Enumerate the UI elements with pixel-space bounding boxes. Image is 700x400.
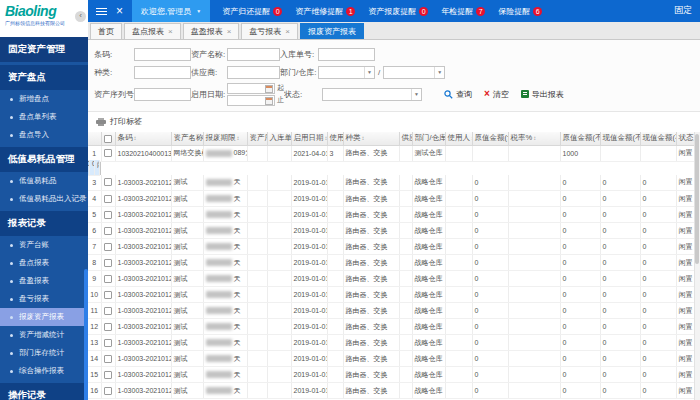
menu-hamburger-icon[interactable] (96, 8, 107, 15)
column-header-cur_exc[interactable]: 现值金额(不含税 (640, 132, 676, 145)
tab-close-icon[interactable]: × (285, 27, 290, 36)
table-scrollbar-thumb[interactable] (695, 134, 699, 264)
row-checkbox[interactable] (104, 291, 112, 299)
table-row[interactable]: 81-03003-20210128-测试天2019-01-01路由器、交换战略仓… (88, 255, 700, 271)
row-checkbox[interactable] (104, 178, 112, 186)
column-header-tax_rate[interactable]: 税率%↕ (508, 132, 560, 145)
table-row[interactable]: 41-03003-20210128-测试天2019-01-01路由器、交换战略仓… (88, 191, 700, 207)
serial-input[interactable] (134, 88, 191, 101)
table-row[interactable]: 21-03003-20210128-测试天2019-01-01路由器、交换战略仓… (88, 162, 101, 175)
reminder-item[interactable]: 资产报废提醒0 (368, 6, 428, 17)
column-header-supplier[interactable]: 供应商↕ (399, 132, 412, 145)
sidebar-item[interactable]: 盘亏报表 (0, 290, 88, 308)
table-row[interactable]: 161-03003-20210128-测试天2019-01-01路由器、交换战略… (88, 383, 700, 399)
inbound-no-input[interactable] (318, 48, 375, 61)
collapse-sidebar-button[interactable]: ‹ (75, 11, 86, 22)
row-checkbox[interactable] (104, 371, 112, 379)
sidebar-item[interactable]: 部门库存统计 (0, 344, 88, 362)
column-header-scrap[interactable]: 报废期限↕ (203, 132, 247, 145)
barcode-input[interactable] (134, 48, 191, 61)
print-label-button[interactable]: 打印标签 (88, 112, 700, 132)
table-row[interactable]: 131-03003-20210128-测试天2019-01-01路由器、交换战略… (88, 335, 700, 351)
query-button[interactable]: 查询 (444, 89, 472, 100)
dept-select[interactable]: ▼ (318, 66, 375, 79)
column-header-orig_inc[interactable]: 原值金额(含 (472, 132, 508, 145)
asset-name-input[interactable] (227, 48, 280, 61)
calendar-icon[interactable] (265, 85, 273, 93)
tab-盘亏报表[interactable]: 盘亏报表× (241, 23, 298, 39)
column-header-years[interactable]: 使用年限 (327, 132, 343, 145)
sidebar-item[interactable]: 报废资产报表 (0, 308, 88, 326)
row-checkbox[interactable] (104, 195, 112, 203)
status-select[interactable]: ▼ (322, 88, 422, 101)
end-date-input[interactable] (227, 95, 275, 106)
table-row[interactable]: 91-03003-20210128-测试天2019-01-01路由器、交换战略仓… (88, 271, 700, 287)
calendar-icon[interactable] (265, 97, 273, 105)
sort-icon[interactable]: ↕ (362, 135, 365, 141)
column-header-date[interactable]: 启用日期↕ (291, 132, 327, 145)
tab-close-icon[interactable]: × (168, 27, 173, 36)
reminder-item[interactable]: 资产归还提醒0 (222, 6, 282, 17)
row-checkbox[interactable] (104, 323, 112, 331)
table-row[interactable]: 111-03003-20210128-测试天2019-01-01路由器、交换战略… (88, 303, 700, 319)
sort-icon[interactable]: ↕ (134, 135, 137, 141)
tab-报废资产报表[interactable]: 报废资产报表 (300, 23, 364, 39)
sidebar-item[interactable]: 盘点报表 (0, 254, 88, 272)
sidebar-item[interactable]: 资产台账 (0, 236, 88, 254)
reminder-item[interactable]: 年检提醒7 (441, 6, 485, 17)
table-row[interactable]: 151-03003-20210128-测试天2019-01-01路由器、交换战略… (88, 367, 700, 383)
table-row[interactable]: 141-03003-20210128-测试天2019-01-01路由器、交换战略… (88, 351, 700, 367)
column-header-user[interactable]: 使用人↕ (445, 132, 472, 145)
row-checkbox[interactable] (104, 339, 112, 347)
sort-icon[interactable]: ↕ (237, 135, 240, 141)
sidebar-item[interactable]: 低值易耗品 (0, 172, 88, 190)
reminder-item[interactable]: 保险提醒6 (498, 6, 542, 17)
row-checkbox[interactable] (104, 259, 112, 267)
row-checkbox[interactable] (104, 387, 112, 395)
start-date-input[interactable] (227, 83, 275, 94)
row-checkbox[interactable] (104, 275, 112, 283)
supplier-input[interactable] (227, 66, 280, 79)
sidebar-item[interactable]: 低值易耗品出入记录 (0, 190, 88, 208)
sidebar-item[interactable]: 盘点导入 (0, 126, 88, 144)
table-row[interactable]: 110320210400013网络交换机089天2021-04-013路由器、交… (88, 145, 700, 161)
sort-icon[interactable]: ↕ (533, 135, 536, 141)
column-header-orig_exc[interactable]: 原值金额(不含税 (560, 132, 600, 145)
clear-button[interactable]: × 清空 (484, 89, 509, 100)
row-checkbox[interactable] (104, 211, 112, 219)
sidebar-item[interactable]: 资产增减统计 (0, 326, 88, 344)
table-row[interactable]: 71-03003-20210128-测试天2019-01-01路由器、交换战略仓… (88, 239, 700, 255)
tab-盘点报表[interactable]: 盘点报表× (124, 23, 181, 39)
table-row[interactable]: 101-03003-20210128-测试天2019-01-01路由器、交换战略… (88, 287, 700, 303)
row-checkbox[interactable] (104, 307, 112, 315)
row-checkbox[interactable] (104, 243, 112, 251)
close-icon[interactable]: × (116, 5, 123, 17)
table-row[interactable]: 121-03003-20210128-测试天2019-01-01路由器、交换战略… (88, 319, 700, 335)
column-header-dept[interactable]: 部门/仓库↕ (412, 132, 445, 145)
column-header-barcode[interactable]: 条码↕ (115, 132, 171, 145)
column-header-cur_inc[interactable]: 现值金额(不含税 (600, 132, 640, 145)
sidebar-item[interactable]: 盘点单列表 (0, 108, 88, 126)
category-input[interactable] (134, 66, 191, 79)
sidebar-item[interactable]: 盘盈报表 (0, 272, 88, 290)
reminder-item[interactable]: 资产维修提醒1 (295, 6, 355, 17)
row-checkbox[interactable] (104, 355, 112, 363)
column-header-name[interactable]: 资产名称↕ (171, 132, 203, 145)
sidebar-item[interactable]: 新增盘点 (0, 90, 88, 108)
row-checkbox[interactable] (104, 149, 112, 157)
column-header-order[interactable]: 入库单号↕ (267, 132, 291, 145)
table-row[interactable]: 61-03003-20210128-测试天2019-01-01路由器、交换战略仓… (88, 223, 700, 239)
warehouse-select[interactable]: ▼ (383, 66, 445, 79)
table-row[interactable]: 51-03003-20210128-测试天2019-01-01路由器、交换战略仓… (88, 207, 700, 223)
sidebar-item[interactable]: 综合操作报表 (0, 362, 88, 380)
export-button[interactable]: 导出报表 (521, 89, 564, 100)
table-row[interactable]: 31-03003-20210128-测试天2019-01-01路由器、交换战略仓… (88, 175, 700, 191)
select-all-checkbox[interactable] (104, 135, 112, 143)
tab-首页[interactable]: 首页 (90, 23, 122, 39)
column-header-serial[interactable]: 资产序列号 (247, 132, 267, 145)
user-menu[interactable]: 欢迎您,管理员 ▼ (132, 0, 210, 22)
row-checkbox[interactable] (104, 227, 112, 235)
column-header-category[interactable]: 种类↕ (343, 132, 399, 145)
tab-盘盈报表[interactable]: 盘盈报表× (183, 23, 240, 39)
tab-close-icon[interactable]: × (227, 27, 232, 36)
